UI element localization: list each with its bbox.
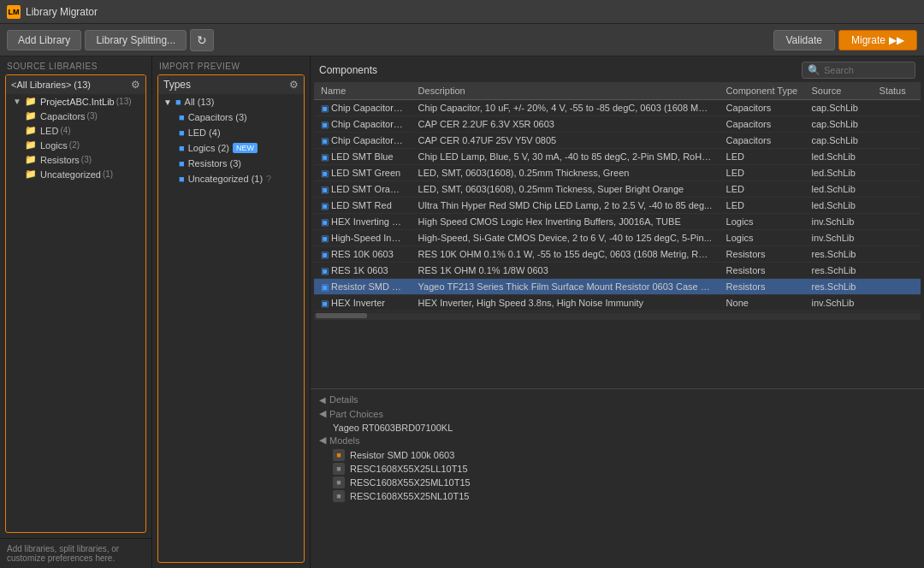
col-header-name[interactable]: Name xyxy=(314,82,412,100)
cell-source: led.SchLib xyxy=(804,181,872,198)
models-arrow: ◀ xyxy=(319,435,326,446)
cell-status xyxy=(873,198,921,214)
model-item: ■ RESC1608X55X25ML10T15 xyxy=(319,476,915,488)
cell-status xyxy=(873,246,921,263)
model-item: ■ RESC1608X55X25LL10T15 xyxy=(319,463,915,475)
row-icon: ▣ xyxy=(321,282,329,292)
cell-desc: High Speed CMOS Logic Hex Inverting Buff… xyxy=(412,214,720,230)
cell-source: inv.SchLib xyxy=(804,214,872,230)
table-header-row: Name Description Component Type Source S… xyxy=(314,82,921,100)
col-header-type[interactable]: Component Type xyxy=(720,82,805,100)
part-choices-value: Yageo RT0603BRD07100KL xyxy=(319,423,915,433)
cell-source: cap.SchLib xyxy=(804,133,872,149)
cell-status xyxy=(873,279,921,295)
cell-name: ▣ HEX Inverting Buffers xyxy=(314,214,412,230)
tree-child-item[interactable]: 📁 LED (4) xyxy=(6,123,145,138)
type-folder-icon: ■ xyxy=(179,127,185,138)
details-title-text: Details xyxy=(329,394,358,405)
details-section: ◀ Details ◀ Part Choices Yageo RT0603BRD… xyxy=(319,394,915,502)
cell-source: cap.SchLib xyxy=(804,116,872,133)
type-item[interactable]: ▼■ All (13) xyxy=(158,94,304,109)
type-item[interactable]: ■ Capacitors (3) xyxy=(158,109,304,125)
model-name: RESC1608X55X25NL10T15 xyxy=(350,491,469,501)
cell-status xyxy=(873,181,921,198)
type-item[interactable]: ■ Uncategorized (1)? xyxy=(158,171,304,186)
tree-child-item[interactable]: 📁 Logics (2) xyxy=(6,138,145,152)
type-name: All (13) xyxy=(185,97,215,107)
cell-name: ▣ LED SMT Green xyxy=(314,165,412,181)
table-row[interactable]: ▣ Chip Capacitor 10 uF Chip Capacitor, 1… xyxy=(314,100,921,116)
refresh-button[interactable]: ↻ xyxy=(190,29,214,51)
cell-desc: Chip Capacitor, 10 uF, +/- 20%, 4 V, -55… xyxy=(412,100,720,116)
table-row[interactable]: ▣ Chip Capacitor 470 nF CAP CER 0.47UF 2… xyxy=(314,133,921,149)
search-icon: 🔍 xyxy=(808,64,820,76)
models-label: Models xyxy=(329,435,359,446)
migrate-button[interactable]: Migrate ▶▶ xyxy=(838,30,917,50)
tree-child-item[interactable]: 📁 Uncategorized (1) xyxy=(6,167,145,181)
table-row[interactable]: ▣ Chip Capacitor 2.2 uF CAP CER 2.2UF 6.… xyxy=(314,116,921,133)
model-items: ■ Resistor SMD 100k 0603 ■ RESC1608X55X2… xyxy=(319,449,915,502)
table-row[interactable]: ▣ Resistor SMD 100k 0603 Yageo TF213 Ser… xyxy=(314,279,921,295)
help-icon: ? xyxy=(266,174,271,184)
cell-name: ▣ Chip Capacitor 2.2 uF xyxy=(314,116,412,133)
cell-name: ▣ LED SMT Red xyxy=(314,198,412,214)
main-layout: SOURCE LIBRARIES <All Libraries> (13) ⚙ … xyxy=(0,56,924,568)
row-icon: ▣ xyxy=(321,234,329,243)
cell-desc: RES 10K OHM 0.1% 0.1 W, -55 to 155 degC,… xyxy=(412,246,720,263)
cell-type: LED xyxy=(720,198,805,214)
col-header-desc[interactable]: Description xyxy=(412,82,720,100)
col-header-source[interactable]: Source xyxy=(804,82,872,100)
filter-button[interactable]: ⚙ xyxy=(289,79,299,91)
source-libraries-header: SOURCE LIBRARIES xyxy=(0,56,151,74)
cell-name: ▣ LED SMT Blue xyxy=(314,149,412,165)
table-row[interactable]: ▣ LED SMT Green LED, SMT, 0603(1608), 0.… xyxy=(314,165,921,181)
model-icon: ■ xyxy=(333,476,345,488)
gear-button[interactable]: ⚙ xyxy=(131,79,140,91)
table-row[interactable]: ▣ RES 1K 0603 RES 1K OHM 0.1% 1/8W 0603 … xyxy=(314,263,921,279)
child-name: Resistors xyxy=(40,155,80,165)
cell-desc: LED, SMT, 0603(1608), 0.25mm Tickness, S… xyxy=(412,181,720,198)
table-row[interactable]: ▣ HEX Inverting Buffers High Speed CMOS … xyxy=(314,214,921,230)
import-panel: IMPORT PREVIEW Types ⚙ ▼■ All (13)■ Capa… xyxy=(152,56,311,568)
cell-status xyxy=(873,149,921,165)
tree-child-item[interactable]: 📁 Capacitors (3) xyxy=(6,109,145,123)
cell-desc: CAP CER 2.2UF 6.3V X5R 0603 xyxy=(412,116,720,133)
cell-source: res.SchLib xyxy=(804,246,872,263)
folder-icon: 📁 xyxy=(25,139,37,151)
row-icon: ▣ xyxy=(321,169,329,178)
row-icon: ▣ xyxy=(321,299,329,308)
details-panel: ◀ Details ◀ Part Choices Yageo RT0603BRD… xyxy=(311,388,924,568)
cell-status xyxy=(873,116,921,133)
cell-type: Capacitors xyxy=(720,133,805,149)
child-count: (4) xyxy=(60,126,70,135)
cell-desc: LED, SMT, 0603(1608), 0.25mm Thickness, … xyxy=(412,165,720,181)
model-icon: ■ xyxy=(333,463,345,475)
cell-status xyxy=(873,263,921,279)
new-badge: NEW xyxy=(233,143,258,153)
table-row[interactable]: ▣ LED SMT Orange LED, SMT, 0603(1608), 0… xyxy=(314,181,921,198)
table-row[interactable]: ▣ LED SMT Red Ultra Thin Hyper Red SMD C… xyxy=(314,198,921,214)
table-row[interactable]: ▣ LED SMT Blue Chip LED Lamp, Blue, 5 V,… xyxy=(314,149,921,165)
type-item[interactable]: ■ LED (4) xyxy=(158,125,304,140)
type-folder-icon: ■ xyxy=(179,158,185,169)
source-children: 📁 Capacitors (3)📁 LED (4)📁 Logics (2)📁 R… xyxy=(6,109,145,181)
tree-child-item[interactable]: 📁 Resistors (3) xyxy=(6,152,145,167)
type-item[interactable]: ■ Logics (2)NEW xyxy=(158,140,304,156)
cell-type: LED xyxy=(720,181,805,198)
cell-desc: Yageo TF213 Series Thick Film Surface Mo… xyxy=(412,279,720,295)
validate-button[interactable]: Validate xyxy=(773,30,835,50)
type-item[interactable]: ■ Resistors (3) xyxy=(158,156,304,171)
cell-name: ▣ Resistor SMD 100k 0603 xyxy=(314,279,412,295)
col-header-status[interactable]: Status xyxy=(873,82,921,100)
model-icon: ■ xyxy=(333,490,345,502)
add-library-button[interactable]: Add Library xyxy=(7,30,81,50)
components-tbody: ▣ Chip Capacitor 10 uF Chip Capacitor, 1… xyxy=(314,100,921,311)
table-row[interactable]: ▣ High-Speed Inverter High-Speed, Si-Gat… xyxy=(314,230,921,246)
cell-desc: Chip LED Lamp, Blue, 5 V, 30 mA, -40 to … xyxy=(412,149,720,165)
source-status-text: Add libraries, split libraries, or custo… xyxy=(0,538,151,568)
tree-root-item[interactable]: ▼ 📁 ProjectABC.IntLib (13) xyxy=(6,94,145,109)
search-input[interactable] xyxy=(824,65,909,75)
library-splitting-button[interactable]: Library Splitting... xyxy=(85,30,187,50)
table-row[interactable]: ▣ HEX Inverter HEX Inverter, High Speed … xyxy=(314,295,921,311)
table-row[interactable]: ▣ RES 10K 0603 RES 10K OHM 0.1% 0.1 W, -… xyxy=(314,246,921,263)
